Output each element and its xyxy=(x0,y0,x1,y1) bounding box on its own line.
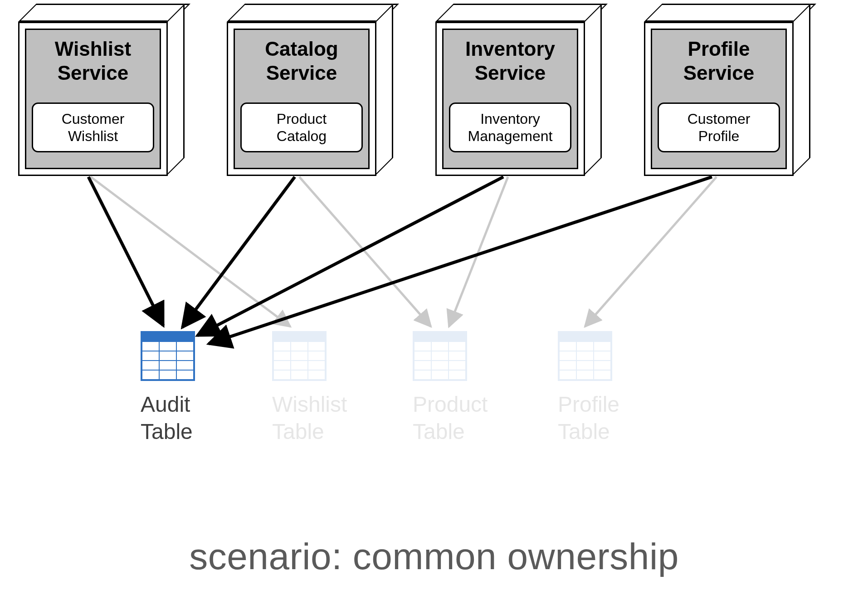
svg-line-5 xyxy=(182,177,295,327)
scenario-caption: scenario: common ownership xyxy=(0,535,868,578)
box-top xyxy=(644,4,816,22)
table-profile: ProfileTable xyxy=(558,331,619,445)
service-inventory: Inventory Service InventoryManagement xyxy=(435,4,603,176)
box-side xyxy=(584,4,602,176)
box-top xyxy=(227,4,399,22)
service-wishlist: Wishlist Service CustomerWishlist xyxy=(18,4,186,176)
table-product: ProductTable xyxy=(413,331,488,445)
table-label: ProfileTable xyxy=(558,391,619,445)
svg-line-7 xyxy=(209,177,712,344)
svg-line-3 xyxy=(585,177,717,327)
service-title-line2: Service xyxy=(444,61,577,85)
table-audit: AuditTable xyxy=(141,331,195,445)
service-module-label: CustomerProfile xyxy=(688,110,751,145)
service-title-line1: Wishlist xyxy=(26,37,160,61)
diagram-canvas: Wishlist Service CustomerWishlist Catalo… xyxy=(0,0,868,605)
service-module: CustomerProfile xyxy=(658,102,780,152)
table-icon xyxy=(558,331,612,381)
service-catalog: Catalog Service ProductCatalog xyxy=(227,4,395,176)
box-side xyxy=(792,4,810,176)
svg-line-1 xyxy=(299,177,431,327)
service-title-line1: Profile xyxy=(652,37,785,61)
table-wishlist: WishlistTable xyxy=(272,331,347,445)
box-side xyxy=(166,4,185,176)
service-module: CustomerWishlist xyxy=(32,102,154,152)
service-module-label: CustomerWishlist xyxy=(62,110,125,145)
table-icon xyxy=(272,331,327,381)
service-module-label: ProductCatalog xyxy=(277,110,327,145)
svg-line-2 xyxy=(449,177,508,327)
service-profile: Profile Service CustomerProfile xyxy=(644,4,812,176)
service-title-line2: Service xyxy=(26,61,160,85)
service-title-line1: Catalog xyxy=(235,37,368,61)
table-label: AuditTable xyxy=(141,391,195,445)
service-module-label: InventoryManagement xyxy=(468,110,553,145)
box-top xyxy=(435,4,608,22)
svg-line-4 xyxy=(88,177,163,326)
table-label: WishlistTable xyxy=(272,391,347,445)
service-title-line2: Service xyxy=(652,61,785,85)
service-module: ProductCatalog xyxy=(240,102,363,152)
service-module: InventoryManagement xyxy=(449,102,571,152)
svg-line-6 xyxy=(197,177,503,336)
service-title-line2: Service xyxy=(235,61,368,85)
table-label: ProductTable xyxy=(413,391,488,445)
box-side xyxy=(375,4,393,176)
svg-line-0 xyxy=(91,177,290,327)
service-title-line1: Inventory xyxy=(444,37,577,61)
table-icon xyxy=(141,331,195,381)
table-icon xyxy=(413,331,467,381)
box-top xyxy=(18,4,190,22)
